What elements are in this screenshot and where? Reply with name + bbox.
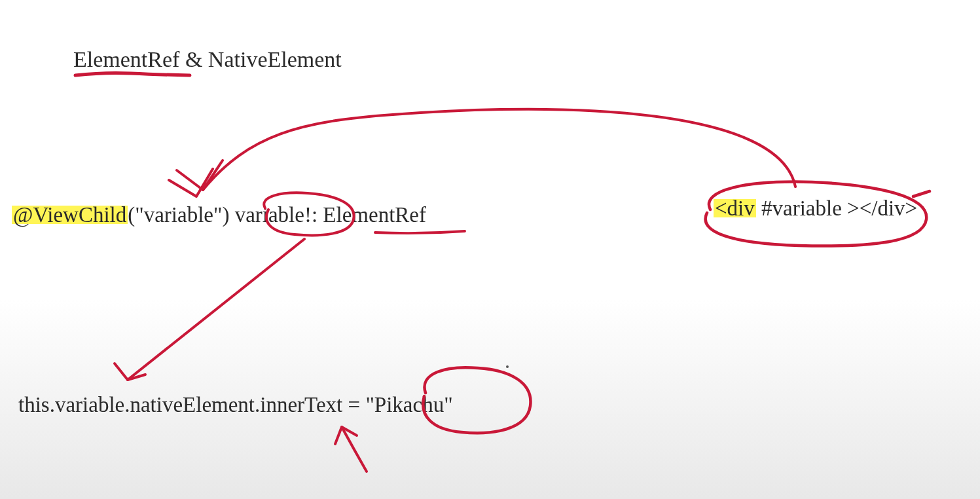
elementref-underline: [375, 231, 465, 233]
viewchild-declaration: @ViewChild("variable") variable!: Elemen…: [12, 203, 426, 227]
native-value: "Pikachu": [365, 393, 452, 416]
dot-artifact: [506, 365, 509, 368]
small-arrowhead-up: [335, 427, 357, 444]
viewchild-varname: variable!: [235, 203, 312, 227]
arrow-variable-to-native: [128, 239, 304, 380]
arrowhead-scribble-1: [169, 160, 223, 196]
native-prefix: this.variable.nativeElement.innerText =: [18, 393, 365, 416]
curve-arrow-div-to-viewchild: [203, 109, 795, 190]
div-open: <div: [714, 196, 756, 220]
native-element-usage: this.variable.nativeElement.innerText = …: [18, 393, 453, 417]
viewchild-type: ElementRef: [323, 203, 426, 227]
title-underline: [75, 73, 190, 75]
arrowhead-down: [115, 363, 145, 380]
div-ref: #variable: [761, 196, 847, 220]
viewchild-colon: :: [312, 203, 323, 227]
title-text: ElementRef & NativeElement: [73, 47, 342, 72]
div-template: <div #variable ></div>: [714, 196, 917, 221]
viewchild-decorator: @ViewChild: [12, 203, 128, 227]
div-close: ></div>: [847, 196, 917, 220]
title-amp: &: [179, 47, 208, 71]
title-elementref: ElementRef: [73, 47, 179, 71]
viewchild-paren: ("variable"): [128, 203, 234, 227]
small-arrow-up: [342, 427, 367, 471]
div-space: [756, 196, 761, 220]
title-nativeelement: NativeElement: [208, 47, 342, 71]
annotation-layer: [0, 0, 980, 499]
